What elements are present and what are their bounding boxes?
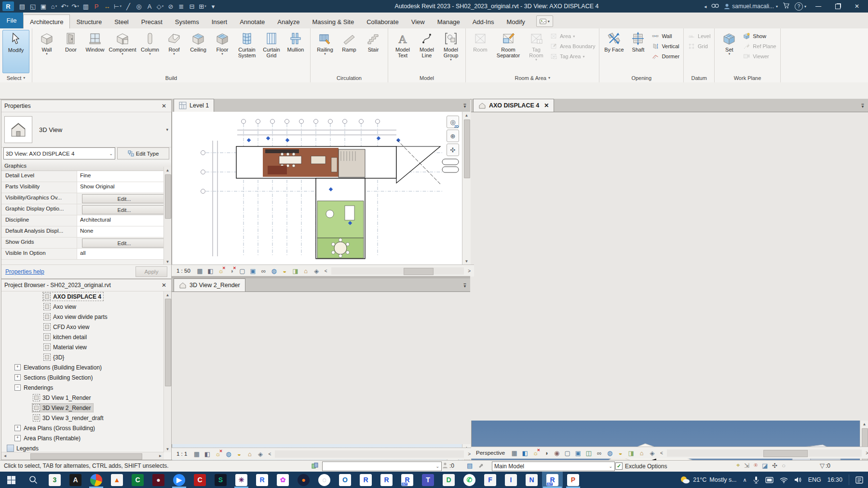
wifi-icon[interactable] [780,477,788,483]
tree-item[interactable]: CFD Axo view [1,322,164,332]
taskbar-app-ccleaner[interactable]: C [190,472,210,488]
shadows-off-icon[interactable]: ◑✕ [228,267,236,275]
expand-icon[interactable]: + [14,435,21,441]
view-scale[interactable]: 1 : 1 [174,451,190,457]
design-options-icon[interactable]: ▤ [467,462,473,469]
tab-list-menu-icon[interactable]: ━▼ [460,278,470,291]
shadows-on-icon[interactable]: ◑ [542,449,550,457]
taskbar-app-revit-rvt[interactable]: RRVT [397,472,418,488]
modify-button[interactable]: Modify [2,30,29,73]
tray-expand-icon[interactable]: ∧ [743,477,747,483]
area-boundary-button[interactable]: Area Boundary [548,42,597,51]
weather-widget[interactable]: 21°C Mostly s... [679,475,736,485]
taskbar-app-revit-3[interactable]: R [376,472,397,488]
displace-elements-icon[interactable]: ⌂ [637,449,646,457]
property-value[interactable]: Edit... [77,237,171,248]
hscrollbar-track[interactable] [331,267,464,275]
panel-label-select[interactable]: Select▾ [0,73,32,82]
print-icon[interactable]: ▥ [81,1,91,11]
tree-item[interactable]: 3D View 3_render_draft [1,413,164,423]
taskbar-app-outlook[interactable]: O [335,472,355,488]
wall-button[interactable]: Wall▼ [35,30,59,56]
text-icon[interactable]: A [144,1,155,11]
volume-icon[interactable] [794,476,802,483]
edit-button[interactable]: Edit... [82,238,166,248]
tray-clock[interactable]: 16:30 [827,476,842,483]
measure-icon[interactable]: ↔ [102,1,112,11]
tree-item[interactable]: Axo view divide parts [1,312,164,322]
tab-insert[interactable]: Insert [205,15,234,28]
show-crop-icon[interactable]: ▣ [574,449,582,457]
taskbar-app-chat-app[interactable]: ◌ [314,472,335,488]
taskbar-app-i-app[interactable]: I [501,472,521,488]
temporary-hide-icon[interactable]: ◒ [616,449,624,457]
pan-icon[interactable]: ✣ [447,144,459,156]
ref-plane-button[interactable]: Ref Plane [741,42,777,51]
tree-item[interactable]: {3D} [1,352,164,362]
workset-field[interactable]: ⌄ [322,462,442,471]
properties-scrollbar[interactable]: ▲ ▼ [163,167,171,265]
design-option-select[interactable]: Main Model ⌄ [492,462,615,471]
scroll-right-icon[interactable]: > [864,450,868,456]
level1-viewport[interactable]: ◎2D⊕✣ ▲ ▼ [172,112,471,264]
taskbar-app-revit-active[interactable]: RRVT [542,472,563,488]
tab-analyze[interactable]: Analyze [271,15,306,28]
section-icon[interactable]: ⊘ [165,1,176,11]
view-scale[interactable]: 1 : 50 [174,268,193,274]
by-face-button[interactable]: By Face [602,30,626,53]
panel-label-circulation[interactable]: Circulation [311,73,388,82]
editable-only-toggle[interactable]: :0 [442,462,454,469]
tree-item[interactable]: +Area Plans (Rentable) [1,433,164,443]
edit-button[interactable]: Edit... [82,205,166,214]
show-rendering-icon[interactable]: ▦ [192,450,201,458]
ramp-button[interactable]: Ramp [337,30,361,53]
tab-systems[interactable]: Systems [169,15,205,28]
displace-elements-icon[interactable]: ⌂ [302,267,310,275]
vertical-button[interactable]: Vertical [650,42,681,51]
restore-button[interactable] [830,0,845,13]
taskbar-search-button[interactable] [22,472,44,488]
select-by-face-icon[interactable]: ◪ [762,462,768,469]
apply-button[interactable]: Apply [136,266,167,277]
edit-type-button[interactable]: Edit Type [117,147,169,159]
reveal-hidden-icon[interactable]: ◍ [606,449,614,457]
search-icon[interactable] [711,3,719,10]
ceiling-button[interactable]: Ceiling [186,30,210,53]
close-icon[interactable]: ✕ [160,282,168,289]
tag-icon[interactable]: ◎ [134,1,144,11]
glasses-icon[interactable]: ∞ [259,267,268,275]
level-button[interactable]: Level [686,32,712,40]
help-menu[interactable]: ? ▾ [795,2,806,11]
close-icon[interactable]: ✕ [160,103,168,109]
visual-style-icon[interactable]: ◧ [203,450,211,458]
tab-manage[interactable]: Manage [431,15,466,28]
file-tabs-icon[interactable]: ▤ [17,1,27,11]
property-value[interactable]: all [77,249,171,259]
browser-hscrollbar[interactable]: ◄ ► [1,452,164,460]
close-inactive-icon[interactable]: ⊟ [187,1,197,11]
select-pinned-icon[interactable]: ⍟ [754,462,758,469]
taskbar-app-teams[interactable]: T [418,472,438,488]
taskbar-app-whatsapp[interactable]: ✆ [459,472,480,488]
tab-structure[interactable]: Structure [70,15,108,28]
tree-item[interactable]: +Sections (Building Section) [1,372,164,382]
tab-annotate[interactable]: Annotate [233,15,271,28]
reveal-constraints-icon[interactable]: ◈ [312,267,321,275]
tab-precast[interactable]: Precast [135,15,169,28]
thin-lines-icon[interactable]: ≣ [176,1,187,11]
tab-steel[interactable]: Steel [108,15,135,28]
tree-item[interactable]: −Renderings [1,382,164,393]
taskbar-app-chrome[interactable] [86,472,107,488]
default-3d-view-icon[interactable]: ◇▾ [155,1,165,11]
railing-button[interactable]: Railing▼ [313,30,337,56]
taskbar-app-revit-doc[interactable]: R [252,472,272,488]
tab-view[interactable]: View [405,15,431,28]
taskbar-app-f-app[interactable]: F [480,472,501,488]
expand-icon[interactable]: + [14,374,21,381]
taskbar-app-camtasia[interactable]: C [127,472,148,488]
shaft-button[interactable]: Shaft [626,30,650,53]
tab-level1[interactable]: Level 1 [174,99,214,112]
select-links-icon[interactable]: ⇲ [744,462,749,469]
tag-area-button[interactable]: Tag Area▾ [548,52,597,61]
sun-path-off-icon[interactable]: ☼✕ [531,449,540,457]
